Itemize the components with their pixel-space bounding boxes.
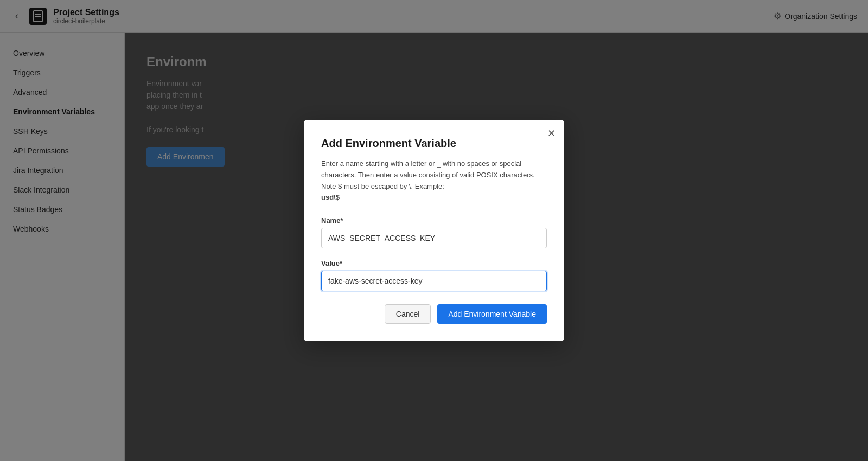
modal: ✕ Add Environment Variable Enter a name … (304, 120, 564, 341)
modal-close-button[interactable]: ✕ (547, 129, 556, 138)
modal-title: Add Environment Variable (321, 137, 547, 150)
modal-description: Enter a name starting with a letter or _… (321, 158, 547, 203)
modal-footer: Cancel Add Environment Variable (321, 304, 547, 324)
add-env-var-submit-button[interactable]: Add Environment Variable (437, 304, 547, 324)
name-label: Name* (321, 216, 547, 225)
value-label: Value* (321, 259, 547, 267)
value-input[interactable] (321, 271, 547, 291)
cancel-button[interactable]: Cancel (385, 304, 431, 324)
name-form-group: Name* (321, 216, 547, 248)
name-input[interactable] (321, 228, 547, 248)
modal-example: usd\$ (321, 193, 340, 201)
modal-overlay: ✕ Add Environment Variable Enter a name … (0, 0, 868, 461)
value-form-group: Value* (321, 259, 547, 291)
